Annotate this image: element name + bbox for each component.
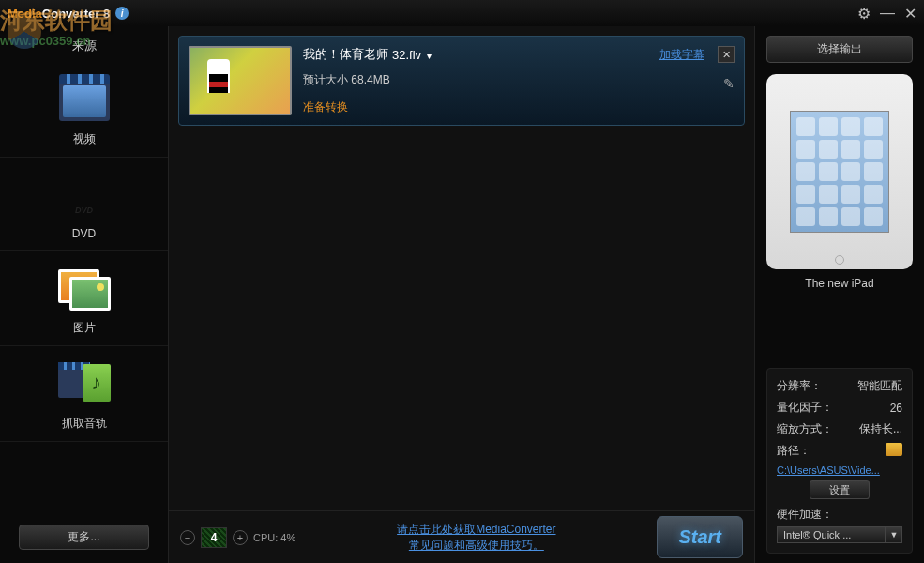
cpu-plus-button[interactable]: +	[233, 530, 248, 545]
file-status: 准备转换	[303, 99, 735, 115]
gear-icon[interactable]: ⚙	[857, 5, 871, 23]
picture-icon	[56, 267, 113, 312]
folder-icon[interactable]	[886, 443, 902, 456]
chevron-down-icon[interactable]	[425, 48, 432, 62]
select-output-button[interactable]: 选择输出	[766, 36, 913, 63]
bottom-bar: − 4 + CPU: 4% 请点击此处获取MediaConverter常见问题和…	[169, 510, 754, 563]
info-icon[interactable]: i	[115, 7, 129, 20]
titlebar: MediaConverter 8 i ⚙ — ✕	[0, 0, 924, 26]
pencil-icon[interactable]: ✎	[723, 76, 735, 91]
sidebar-item-video[interactable]: 视频	[0, 62, 168, 158]
clapperboard-icon	[56, 79, 113, 124]
file-item[interactable]: 我的！体育老师 32.flv 预计大小 68.4MB 准备转换 加载字幕 ✕ ✎	[178, 36, 745, 126]
faq-link[interactable]: 请点击此处获取MediaConverter常见问题和高级使用技巧。	[305, 522, 647, 554]
minimize-icon[interactable]: —	[880, 5, 895, 22]
video-thumbnail	[189, 46, 292, 115]
resolution-value: 智能匹配	[857, 378, 902, 394]
music-extract-icon: ♪	[56, 363, 113, 408]
sidebar-item-audio[interactable]: ♪ 抓取音轨	[0, 346, 168, 442]
sidebar: 来源 视频 DVD DVD 图片 ♪ 抓取音轨 更多...	[0, 26, 169, 563]
output-path-link[interactable]: C:\Users\ASUS\Vide...	[777, 464, 902, 476]
center-panel: 我的！体育老师 32.flv 预计大小 68.4MB 准备转换 加载字幕 ✕ ✎	[169, 26, 755, 563]
dvd-icon: DVD	[56, 175, 113, 220]
close-window-icon[interactable]: ✕	[904, 5, 916, 23]
file-list: 我的！体育老师 32.flv 预计大小 68.4MB 准备转换 加载字幕 ✕ ✎	[169, 26, 754, 510]
quantization-value: 26	[890, 402, 902, 415]
watermark-overlay: 河东软件园 www.pc0359.cn	[0, 6, 113, 48]
sidebar-item-dvd[interactable]: DVD DVD	[0, 158, 168, 251]
load-subtitle-link[interactable]: 加载字幕	[659, 47, 704, 63]
cpu-minus-button[interactable]: −	[180, 530, 195, 545]
cpu-control: − 4 + CPU: 4%	[180, 527, 295, 548]
hw-accel-label: 硬件加速：	[777, 507, 902, 523]
start-button[interactable]: Start	[657, 516, 743, 558]
right-panel: 选择输出 The new iPad 分辨率：智能匹配 量化因子：26 缩放方式：…	[755, 26, 924, 563]
settings-button[interactable]: 设置	[810, 480, 870, 499]
hw-accel-select[interactable]: Intel® Quick ... ▼	[777, 526, 902, 543]
scale-value: 保持长...	[859, 421, 902, 437]
ipad-icon	[790, 111, 889, 233]
file-size: 预计大小 68.4MB	[303, 72, 735, 88]
device-preview[interactable]	[766, 74, 913, 269]
device-label: The new iPad	[766, 277, 913, 290]
cpu-usage-label: CPU: 4%	[253, 532, 295, 543]
remove-file-button[interactable]: ✕	[718, 46, 735, 63]
sidebar-item-picture[interactable]: 图片	[0, 251, 168, 346]
cpu-count: 4	[201, 527, 227, 548]
more-button[interactable]: 更多...	[19, 525, 149, 550]
chevron-down-icon[interactable]: ▼	[886, 526, 902, 543]
output-settings: 分辨率：智能匹配 量化因子：26 缩放方式：保持长... 路径： C:\User…	[766, 368, 913, 554]
